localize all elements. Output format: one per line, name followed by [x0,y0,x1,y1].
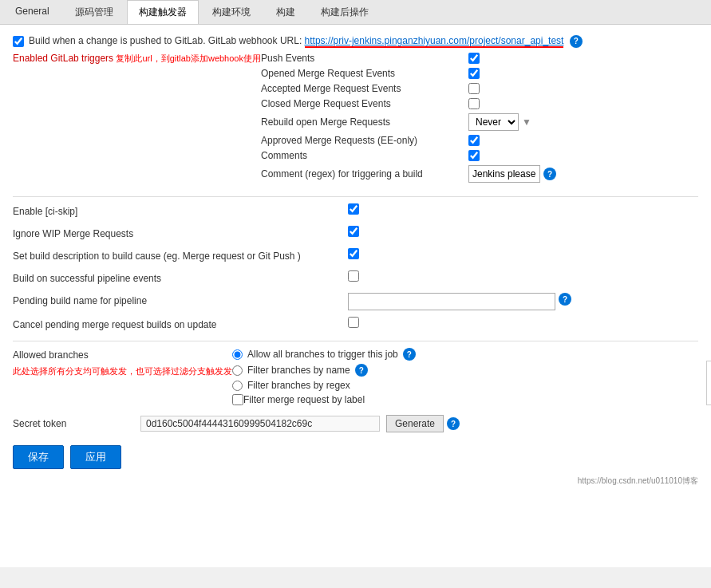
opt-wip-row: Ignore WIP Merge Requests [13,226,698,242]
opt-ci-skip-label: Enable [ci-skip] [13,203,348,219]
event-accepted-mr-label: Accepted Merge Request Events [261,83,468,94]
footer-url: https://blog.csdn.net/u011010博客 [13,476,698,487]
opt-desc-row: Set build description to build cause (eg… [13,248,698,264]
event-closed-mr-label: Closed Merge Request Events [261,98,468,109]
event-closed-mr: Closed Merge Request Events [261,98,698,109]
branch-opt-name-label: Filter branches by name [247,365,350,376]
webhook-prefix: Build when a change is pushed to GitLab.… [29,35,305,46]
tab-general[interactable]: General [3,0,61,24]
secret-token-label: Secret token [13,418,140,429]
opt-pending-help-icon[interactable]: ? [559,293,571,306]
event-push-checkbox[interactable] [468,53,480,64]
opt-desc-label: Set build description to build cause (eg… [13,248,348,264]
event-opened-mr: Opened Merge Request Events [261,68,698,79]
branch-opt-all: Allow all branches to trigger this job ? [232,348,698,361]
allowed-branches-annotation: 此处选择所有分支均可触发发，也可选择过滤分支触发发 [13,365,232,377]
event-closed-mr-checkbox[interactable] [468,98,480,109]
opt-wip-label: Ignore WIP Merge Requests [13,226,348,242]
tab-build[interactable]: 构建 [264,0,307,24]
opt-pipeline-checkbox[interactable] [348,270,359,282]
opt-ci-skip-checkbox[interactable] [348,203,359,215]
tabs-bar: General 源码管理 构建触发器 构建环境 构建 构建后操作 [0,0,711,25]
branch-opt-name-help[interactable]: ? [355,364,368,377]
event-opened-mr-label: Opened Merge Request Events [261,68,468,79]
event-accepted-mr: Accepted Merge Request Events [261,83,698,94]
event-rebuild-select[interactable]: Never [468,113,519,131]
event-comments-checkbox[interactable] [468,150,480,161]
tab-content: Build when a change is pushed to GitLab.… [0,25,711,567]
triggers-annotation: 复制此url，到gitlab添加webhook使用 [116,53,261,63]
branch-opt-mr-label: Filter merge request by label [232,394,698,405]
options-section: Enable [ci-skip] Ignore WIP Merge Reques… [13,203,698,333]
branch-opt-regex-radio[interactable] [232,381,243,391]
opt-pipeline-label: Build on successful pipeline events [13,270,348,286]
opt-cancel-row: Cancel pending merge request builds on u… [13,317,698,333]
save-button[interactable]: 保存 [13,445,64,469]
triggers-label: Enabled GitLab triggers 复制此url，到gitlab添加… [13,53,261,65]
allowed-branches-label: Allowed branches [13,348,232,362]
bottom-buttons: 保存 应用 [13,445,698,469]
event-accepted-mr-checkbox[interactable] [468,83,480,94]
secret-token-annotation: 配置ok后，点击，生成此字符串，然后复制此内容，gitLab添加webhook时… [706,361,711,405]
branch-opt-mr-label-checkbox[interactable] [232,394,243,405]
allowed-branches-label-area: Allowed branches 此处选择所有分支均可触发发，也可选择过滤分支触… [13,348,232,377]
event-comments: Comments [261,150,698,161]
opt-cancel-label: Cancel pending merge request builds on u… [13,317,348,333]
branch-opt-regex: Filter branches by regex [232,380,698,391]
branch-opt-all-radio[interactable] [232,349,243,360]
event-push-label: Push Events [261,53,468,64]
triggers-label-text: Enabled GitLab triggers [13,53,113,64]
branch-opt-name: Filter branches by name ? [232,364,698,377]
triggers-events: Push Events Opened Merge Request Events … [261,53,698,187]
secret-token-value: 0d160c5004f44443160999504182c69c [140,416,380,432]
branch-opt-name-radio[interactable] [232,365,243,376]
secret-token-help-icon[interactable]: ? [447,417,460,430]
comment-regex-input[interactable]: Jenkins please r [468,165,540,183]
secret-token-row: Secret token 0d160c5004f4444316099950418… [13,415,698,432]
branch-opt-regex-label: Filter branches by regex [247,380,350,391]
apply-button[interactable]: 应用 [70,445,121,469]
tab-build-triggers[interactable]: 构建触发器 [127,0,199,24]
branch-opt-mr-label-text: Filter merge request by label [243,394,365,405]
opt-cancel-checkbox[interactable] [348,317,359,328]
triggers-row: Enabled GitLab triggers 复制此url，到gitlab添加… [13,53,698,187]
branch-opt-all-help[interactable]: ? [403,348,416,361]
event-approved-mr-checkbox[interactable] [468,135,480,146]
opt-pending-input[interactable] [348,293,555,310]
opt-wip-checkbox[interactable] [348,226,359,237]
allowed-branches-section: Allowed branches 此处选择所有分支均可触发发，也可选择过滤分支触… [13,348,698,408]
branch-opt-all-label: Allow all branches to trigger this job [247,349,398,360]
opt-desc-checkbox[interactable] [348,248,359,259]
tab-build-env[interactable]: 构建环境 [200,0,263,24]
event-approved-mr: Approved Merge Requests (EE-only) [261,135,698,146]
opt-pipeline-row: Build on successful pipeline events [13,270,698,286]
tab-post-build[interactable]: 构建后操作 [309,0,381,24]
opt-ci-skip-row: Enable [ci-skip] [13,203,698,219]
webhook-row: Build when a change is pushed to GitLab.… [13,34,698,48]
event-opened-mr-checkbox[interactable] [468,68,480,79]
webhook-text: Build when a change is pushed to GitLab.… [29,34,698,48]
opt-pending-row: Pending build name for pipeline ? [13,293,698,310]
opt-pending-label: Pending build name for pipeline [13,293,348,309]
generate-button[interactable]: Generate [386,415,444,432]
event-comment-regex: Comment (regex) for triggering a build J… [261,165,698,183]
webhook-section: Build when a change is pushed to GitLab.… [13,34,698,187]
event-comment-regex-label: Comment (regex) for triggering a build [261,168,468,180]
event-rebuild-mr: Rebuild open Merge Requests Never ▼ [261,113,698,131]
event-rebuild-mr-label: Rebuild open Merge Requests [261,116,468,128]
webhook-help-icon[interactable]: ? [570,35,583,48]
event-approved-mr-label: Approved Merge Requests (EE-only) [261,135,468,146]
tab-source-mgmt[interactable]: 源码管理 [63,0,125,24]
webhook-checkbox[interactable] [13,36,24,47]
comment-regex-help-icon[interactable]: ? [543,168,556,180]
event-push: Push Events [261,53,698,64]
webhook-url[interactable]: https://priv-jenkins.pinganzhiyuan.com/p… [305,35,564,48]
branch-options: Allow all branches to trigger this job ?… [232,348,698,408]
event-comments-label: Comments [261,150,468,161]
